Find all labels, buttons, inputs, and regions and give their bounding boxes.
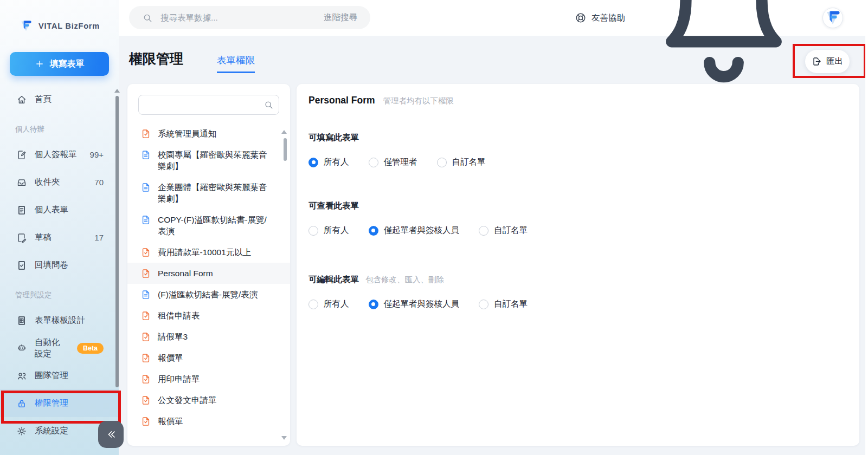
sidebar-item-count: 17 [94, 233, 104, 242]
sidebar-item-label: 草稿 [35, 232, 52, 243]
global-search: 進階搜尋 [129, 6, 370, 29]
sidebar-item-label: 團隊管理 [35, 370, 68, 381]
form-list-item[interactable]: 企業團體【羅密歐與茱麗葉音樂劇】 [127, 177, 290, 209]
sidebar-item-label: 自動化設定 [35, 337, 65, 360]
form-list-item[interactable]: 公文發文申請單 [127, 389, 290, 411]
radio-option[interactable]: 自訂名單 [479, 298, 528, 310]
brand-logo-text: VITAL BizForm [38, 22, 100, 30]
permission-detail-panel: Personal Form 管理者均有以下權限 可填寫此表單所有人僅管理者自訂名… [297, 84, 859, 446]
radio-option-label: 所有人 [324, 298, 349, 310]
form-list-item[interactable]: Personal Form [127, 263, 290, 284]
sidebar-item-drafts[interactable]: 草稿17 [0, 224, 119, 251]
form-list-item-label: 報價單 [158, 415, 183, 427]
radio-option[interactable]: 僅管理者 [369, 157, 417, 168]
permission-section: 可查看此表單所有人僅起單者與簽核人員自訂名單 [308, 200, 847, 236]
sidebar-item-personal-forms[interactable]: 個人表單 [0, 196, 119, 224]
radio-option[interactable]: 自訂名單 [479, 225, 528, 236]
sidebar-item-count: 99+ [90, 150, 104, 159]
permission-sections: 可填寫此表單所有人僅管理者自訂名單可查看此表單所有人僅起單者與簽核人員自訂名單可… [308, 132, 847, 310]
export-button-label: 匯出 [826, 56, 843, 67]
form-list-item-label: 租借申請表 [158, 310, 200, 321]
sidebar-item-template-design[interactable]: 表單樣板設計 [0, 307, 119, 334]
form-list-item[interactable]: 報價單 [127, 411, 290, 432]
radio-option[interactable]: 所有人 [308, 225, 349, 236]
doc-check-icon [140, 247, 151, 258]
form-list-search-input[interactable] [138, 95, 279, 115]
radio-circle-icon [308, 158, 318, 167]
form-list-item-label: 用印申請單 [158, 373, 200, 385]
sign-doc-icon [16, 150, 27, 160]
friendly-help-button[interactable]: 友善協助 [575, 12, 625, 24]
sidebar-scroll-up-arrow[interactable] [114, 89, 120, 93]
detail-subtitle: 管理者均有以下權限 [383, 96, 454, 106]
radio-circle-icon [308, 300, 318, 309]
draft-icon [16, 232, 27, 243]
window-scrollbar-track [865, 0, 868, 455]
radio-option-label: 僅起單者與簽核人員 [384, 225, 460, 236]
radio-circle-icon [479, 226, 488, 236]
doc-lines-icon [140, 214, 151, 225]
radio-option[interactable]: 自訂名單 [437, 157, 486, 168]
advanced-search-link[interactable]: 進階搜尋 [324, 12, 357, 23]
doc-icon [16, 205, 27, 216]
radio-option-label: 僅起單者與簽核人員 [384, 298, 460, 310]
radio-option-selected[interactable]: 僅起單者與簽核人員 [369, 225, 460, 236]
form-list: 系統管理員通知校園專屬【羅密歐與茱麗葉音樂劇】企業團體【羅密歐與茱麗葉音樂劇】C… [127, 123, 290, 440]
form-list-item-label: 費用請款單-10001元以上 [158, 246, 251, 258]
doc-check-icon [140, 395, 151, 406]
list-scroll-up-arrow[interactable] [281, 130, 287, 134]
sidebar-item-team[interactable]: 團隊管理 [0, 362, 119, 389]
top-bar-right: 友善協助 12 [575, 0, 868, 36]
user-avatar[interactable] [822, 8, 843, 28]
form-list-item[interactable]: (F)溢匯款切結書-展覽/表演 [127, 284, 290, 305]
questionnaire-icon [16, 260, 27, 271]
radio-group: 所有人僅起單者與簽核人員自訂名單 [308, 225, 847, 236]
form-list-item[interactable]: 租借申請表 [127, 305, 290, 326]
global-search-input[interactable] [160, 13, 316, 23]
home-icon [16, 94, 27, 105]
radio-option-selected[interactable]: 僅起單者與簽核人員 [369, 298, 460, 310]
form-list-item[interactable]: COPY-(F)溢匯款切結書-展覽/表演 [127, 209, 290, 242]
export-button[interactable]: 匯出 [805, 50, 850, 73]
page-title: 權限管理 [129, 50, 183, 68]
form-list-item-label: Personal Form [158, 268, 213, 279]
list-scroll-down-arrow[interactable] [281, 436, 287, 440]
radio-circle-icon [369, 226, 378, 236]
form-list-item[interactable]: 請假單3 [127, 326, 290, 347]
notifications-button[interactable]: 12 [642, 0, 805, 99]
tab-form-permissions[interactable]: 表單權限 [217, 54, 255, 73]
form-list-item-label: 請假單3 [158, 331, 188, 342]
form-list-item[interactable]: 用印申請單 [127, 368, 290, 389]
sidebar-item-automation[interactable]: 自動化設定Beta [0, 334, 119, 362]
gear-icon [16, 426, 27, 437]
permission-section: 可填寫此表單所有人僅管理者自訂名單 [308, 132, 847, 168]
form-list-item-label: 報價單 [158, 352, 183, 363]
form-list-item[interactable]: 費用請款單-10001元以上 [127, 242, 290, 263]
form-list-item-label: (F)溢匯款切結書-展覽/表演 [158, 289, 258, 300]
permission-section: 可編輯此表單包含修改、匯入、刪除所有人僅起單者與簽核人員自訂名單 [308, 274, 847, 310]
form-list-item[interactable]: 報價單 [127, 347, 290, 368]
sidebar-scrollbar-thumb[interactable] [115, 96, 119, 387]
chevron-double-left-icon [105, 428, 118, 441]
doc-check-icon [140, 416, 151, 427]
sidebar-section-label: 個人待辦 [0, 113, 119, 141]
sidebar-item-label: 個人表單 [35, 204, 68, 216]
form-list-item[interactable]: 系統管理員通知 [127, 123, 290, 144]
sidebar-item-inbox[interactable]: 收件夾70 [0, 168, 119, 196]
sidebar-item-questionnaire[interactable]: 回填問卷 [0, 251, 119, 279]
create-form-button[interactable]: 填寫表單 [10, 52, 109, 76]
doc-check-icon [140, 268, 151, 279]
radio-option-label: 所有人 [324, 225, 349, 236]
radio-option[interactable]: 所有人 [308, 298, 349, 310]
sidebar-item-home[interactable]: 首頁 [0, 86, 119, 113]
sidebar-item-count: 70 [94, 178, 104, 187]
sidebar-item-personal-sign[interactable]: 個人簽報單99+ [0, 141, 119, 168]
form-list-item[interactable]: 校園專屬【羅密歐與茱麗葉音樂劇】 [127, 144, 290, 177]
sidebar-item-permission[interactable]: 權限管理 [0, 389, 119, 417]
sidebar-collapse-button[interactable] [98, 421, 124, 448]
radio-option-selected[interactable]: 所有人 [308, 157, 349, 168]
beta-badge: Beta [77, 343, 104, 354]
list-scrollbar-thumb[interactable] [284, 138, 287, 161]
lock-icon [16, 398, 27, 409]
permission-section-hint: 包含修改、匯入、刪除 [365, 275, 444, 284]
